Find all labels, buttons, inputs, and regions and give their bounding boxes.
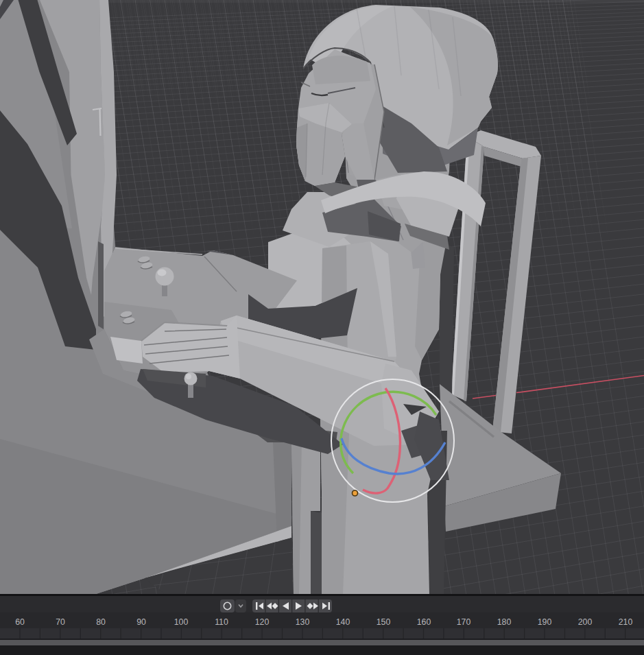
svg-text:80: 80 bbox=[96, 617, 106, 627]
svg-text:150: 150 bbox=[377, 617, 391, 627]
svg-text:60: 60 bbox=[15, 617, 25, 627]
svg-text:120: 120 bbox=[255, 617, 270, 627]
svg-text:130: 130 bbox=[296, 617, 310, 627]
svg-text:70: 70 bbox=[56, 617, 65, 627]
svg-text:170: 170 bbox=[457, 617, 471, 627]
svg-text:190: 190 bbox=[538, 617, 552, 627]
svg-text:180: 180 bbox=[497, 617, 512, 627]
svg-text:110: 110 bbox=[215, 617, 228, 627]
svg-text:100: 100 bbox=[174, 617, 189, 627]
svg-text:200: 200 bbox=[578, 617, 593, 627]
svg-text:160: 160 bbox=[417, 617, 431, 627]
svg-text:90: 90 bbox=[136, 617, 146, 627]
svg-text:210: 210 bbox=[619, 617, 633, 627]
svg-text:140: 140 bbox=[336, 617, 350, 627]
